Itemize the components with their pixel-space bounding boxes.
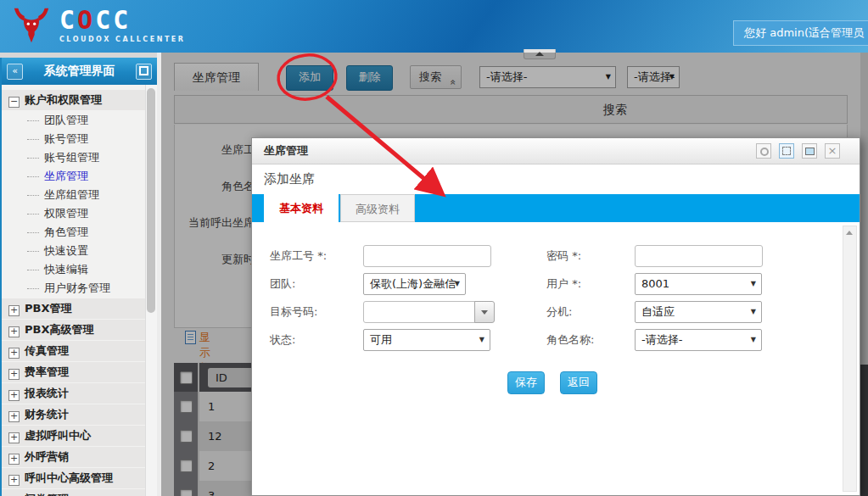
- sidebar-item-label: 传真管理: [25, 344, 69, 357]
- sidebar-item[interactable]: +财务统计: [2, 404, 146, 425]
- field-label: 密码 *:: [546, 245, 581, 267]
- sidebar-item-label: 团队管理: [44, 114, 88, 126]
- sidebar-item-label: 报表统计: [25, 387, 69, 399]
- sidebar-item[interactable]: 角色管理: [2, 223, 146, 242]
- select-value: 自适应: [641, 305, 675, 318]
- sidebar-item[interactable]: 权限管理: [2, 204, 146, 223]
- dialog-tab-2[interactable]: 高级资料: [340, 194, 415, 222]
- sidebar-item[interactable]: +问卷管理: [2, 489, 146, 496]
- sidebar-header: « 系统管理界面: [2, 58, 157, 85]
- dialog-scrollbar[interactable]: [843, 226, 857, 492]
- close-icon[interactable]: ×: [825, 143, 840, 159]
- save-button[interactable]: 保存: [507, 371, 545, 394]
- expand-plus-icon[interactable]: +: [8, 390, 20, 401]
- field-label: 分机:: [546, 301, 572, 323]
- expand-plus-icon[interactable]: +: [8, 348, 20, 359]
- select[interactable]: 8001▼: [635, 273, 762, 295]
- sidebar-item-label: 快速编辑: [44, 263, 88, 276]
- sidebar-item[interactable]: 账号管理: [2, 130, 146, 148]
- scrollbar-up-arrow-icon[interactable]: [843, 226, 856, 239]
- form-row: 角色名称:-请选择-▼: [252, 329, 860, 351]
- sidebar-item-label: 呼叫中心高级管理: [25, 471, 113, 484]
- text-input[interactable]: [635, 245, 763, 267]
- form-row: 用户 *:8001▼: [252, 273, 860, 295]
- field-label: 角色名称:: [546, 329, 594, 351]
- sidebar-item[interactable]: 坐席组管理: [2, 186, 146, 204]
- expand-plus-icon[interactable]: +: [8, 326, 20, 337]
- sidebar-item[interactable]: 账号组管理: [2, 148, 146, 167]
- sidebar-item-label: 账号组管理: [44, 151, 99, 164]
- sidebar-item[interactable]: +传真管理: [2, 341, 146, 361]
- expand-plus-icon[interactable]: +: [8, 475, 20, 486]
- expand-plus-icon[interactable]: +: [8, 454, 20, 465]
- nav-tree: −账户和权限管理团队管理账号管理账号组管理坐席管理坐席组管理权限管理角色管理快速…: [2, 85, 146, 496]
- sidebar-item[interactable]: +呼叫中心高级管理: [2, 468, 146, 488]
- sidebar-item-label: 财务统计: [25, 408, 69, 421]
- top-header: COCC CLOUDOX CALLCENTER 您好 admin(适合管理员: [0, 0, 868, 53]
- sidebar-item-label: 费率管理: [25, 365, 69, 378]
- sidebar-item[interactable]: 快速设置: [2, 242, 146, 260]
- select[interactable]: 自适应▼: [635, 301, 762, 323]
- sidebar-item[interactable]: +外呼营销: [2, 447, 146, 467]
- sidebar-item-label: 快速设置: [44, 244, 88, 257]
- minimize-icon[interactable]: [756, 143, 771, 159]
- restore-icon[interactable]: [802, 143, 817, 159]
- sidebar-item-label: 坐席管理: [44, 170, 88, 182]
- dialog-title: 坐席管理: [264, 138, 308, 164]
- logo-word: COCC: [59, 8, 185, 33]
- expand-plus-icon[interactable]: +: [8, 432, 20, 443]
- sidebar-item[interactable]: +虚拟呼叫中心: [2, 426, 146, 446]
- collapse-minus-icon[interactable]: −: [8, 97, 20, 108]
- sidebar-item[interactable]: 团队管理: [2, 111, 146, 130]
- logo-text: COCC CLOUDOX CALLCENTER: [59, 8, 185, 43]
- select-value: 8001: [641, 277, 669, 290]
- expand-plus-icon[interactable]: +: [8, 411, 20, 422]
- expand-plus-icon[interactable]: +: [8, 305, 20, 316]
- sidebar-item-label: PBX管理: [25, 302, 71, 315]
- sidebar-item[interactable]: 坐席管理: [2, 167, 146, 186]
- sidebar-collapse-icon[interactable]: «: [7, 64, 23, 80]
- sidebar-title: 系统管理界面: [28, 64, 131, 79]
- expand-plus-icon[interactable]: +: [8, 369, 20, 380]
- user-greeting-badge[interactable]: 您好 admin(适合管理员: [733, 20, 868, 46]
- field-label: 用户 *:: [546, 273, 581, 295]
- sidebar-item[interactable]: 快速编辑: [2, 260, 146, 279]
- sidebar-item-label: 问卷管理: [25, 493, 69, 496]
- sidebar: « 系统管理界面 −账户和权限管理团队管理账号管理账号组管理坐席管理坐席组管理权…: [0, 58, 157, 496]
- app-window: COCC CLOUDOX CALLCENTER 您好 admin(适合管理员 «…: [0, 0, 868, 496]
- dialog-tab-1[interactable]: 基本资料: [264, 194, 339, 222]
- sidebar-item[interactable]: 用户财务管理: [2, 279, 146, 298]
- sidebar-scrollbar-thumb[interactable]: [147, 88, 155, 313]
- dialog-tabbar: 基本资料高级资料: [252, 194, 860, 222]
- sidebar-item-label: PBX高级管理: [25, 323, 93, 336]
- maximize-icon[interactable]: [779, 143, 794, 159]
- sidebar-item[interactable]: +费率管理: [2, 362, 146, 382]
- form-row: 密码 *:: [252, 245, 860, 267]
- sidebar-item-label: 账号管理: [44, 132, 88, 145]
- dropdown-arrow-icon: ▼: [751, 302, 756, 322]
- dropdown-arrow-icon: ▼: [751, 274, 756, 294]
- dialog-titlebar[interactable]: 坐席管理 ×: [252, 138, 860, 164]
- sidebar-item[interactable]: +PBX管理: [2, 298, 146, 319]
- sidebar-pin-icon[interactable]: [136, 64, 152, 80]
- dialog-heading: 添加坐席: [264, 164, 315, 194]
- sidebar-item[interactable]: −账户和权限管理: [2, 90, 146, 110]
- sidebar-item-label: 账户和权限管理: [25, 93, 102, 106]
- sidebar-item[interactable]: +报表统计: [2, 383, 146, 404]
- sidebar-item-label: 角色管理: [44, 226, 88, 238]
- sidebar-item-label: 用户财务管理: [44, 281, 110, 294]
- sidebar-scrollbar[interactable]: [145, 85, 157, 496]
- sidebar-item-label: 虚拟呼叫中心: [25, 429, 91, 442]
- sidebar-item-label: 外呼营销: [25, 450, 69, 463]
- sidebar-item-label: 权限管理: [44, 207, 88, 220]
- bull-logo-icon: [12, 5, 51, 46]
- sidebar-item[interactable]: +PBX高级管理: [2, 320, 146, 340]
- sidebar-item-label: 坐席组管理: [44, 188, 99, 201]
- form-row: 分机:自适应▼: [252, 301, 860, 323]
- dropdown-arrow-icon: ▼: [751, 330, 756, 350]
- select[interactable]: -请选择-▼: [635, 329, 762, 351]
- back-button[interactable]: 返回: [560, 371, 597, 394]
- dialog-body: 坐席工号 *:团队:保歌(上海)金融信▼目标号码:状态:可用▼ 密码 *:用户 …: [252, 222, 860, 495]
- logo-subtitle: CLOUDOX CALLCENTER: [59, 36, 185, 43]
- select-value: -请选择-: [641, 333, 682, 346]
